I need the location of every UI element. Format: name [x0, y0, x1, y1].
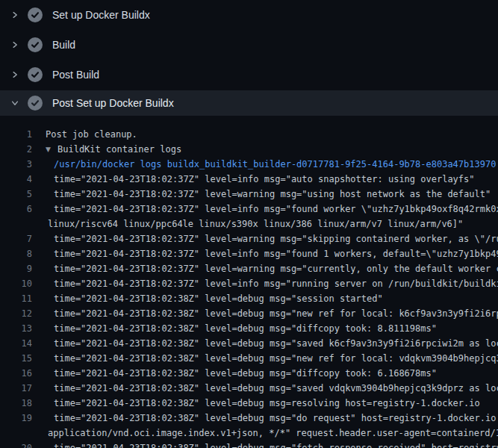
- log-text: time="2021-04-23T18:02:38Z" level=debug …: [32, 336, 498, 351]
- line-number-link[interactable]: 2: [0, 142, 32, 157]
- line-number-link[interactable]: 5: [0, 187, 32, 202]
- chevron-right-icon: [9, 40, 21, 49]
- step-build[interactable]: Build: [0, 30, 498, 60]
- log-line: 3 /usr/bin/docker logs buildx_buildkit_b…: [0, 157, 498, 172]
- log-line: 20 time="2021-04-23T18:02:38Z" level=deb…: [0, 441, 498, 448]
- chevron-down-icon: [9, 99, 21, 108]
- line-number-link[interactable]: 14: [0, 336, 32, 351]
- log-text: linux/riscv64 linux/ppc64le linux/s390x …: [32, 217, 463, 231]
- log-text: time="2021-04-23T18:02:37Z" level=warnin…: [32, 261, 498, 276]
- actions-log-viewer: Set up Docker Buildx Build Post Build Po…: [0, 0, 498, 448]
- log-line: 14 time="2021-04-23T18:02:38Z" level=deb…: [0, 336, 498, 351]
- log-text: time="2021-04-23T18:02:37Z" level=info m…: [32, 202, 498, 217]
- check-circle-icon: [28, 37, 43, 52]
- log-text: time="2021-04-23T18:02:38Z" level=debug …: [32, 441, 498, 448]
- step-title: Build: [52, 39, 75, 51]
- step-title: Post Build: [52, 69, 99, 81]
- line-number-link: [0, 217, 32, 231]
- log-text: application/vnd.oci.image.index.v1+json,…: [32, 426, 498, 441]
- log-text: Post job cleanup.: [32, 127, 137, 142]
- line-number-link[interactable]: 7: [0, 231, 32, 246]
- line-number-link[interactable]: 13: [0, 321, 32, 336]
- line-number-link[interactable]: 18: [0, 396, 32, 411]
- log-text: time="2021-04-23T18:02:38Z" level=debug …: [32, 411, 498, 426]
- step-title: Post Set up Docker Buildx: [52, 97, 174, 109]
- line-number-link[interactable]: 10: [0, 276, 32, 291]
- log-text: time="2021-04-23T18:02:38Z" level=debug …: [32, 306, 498, 321]
- log-line: 6 time="2021-04-23T18:02:37Z" level=info…: [0, 202, 498, 217]
- log-group-toggle[interactable]: 2 ▼ BuildKit container logs: [0, 142, 498, 157]
- log-text: time="2021-04-23T18:02:38Z" level=debug …: [32, 291, 383, 306]
- log-line: 7 time="2021-04-23T18:02:37Z" level=warn…: [0, 231, 498, 246]
- log-line: 17 time="2021-04-23T18:02:38Z" level=deb…: [0, 381, 498, 396]
- line-number-link[interactable]: 4: [0, 172, 32, 187]
- step-post-build[interactable]: Post Build: [0, 60, 498, 90]
- log-text: /usr/bin/docker logs buildx_buildkit_bui…: [32, 157, 496, 172]
- log-text: time="2021-04-23T18:02:37Z" level=info m…: [32, 172, 475, 187]
- log-line: 10 time="2021-04-23T18:02:37Z" level=inf…: [0, 276, 498, 291]
- log-line: 11 time="2021-04-23T18:02:38Z" level=deb…: [0, 291, 498, 306]
- log-text: time="2021-04-23T18:02:38Z" level=debug …: [32, 321, 437, 336]
- line-number-link[interactable]: 19: [0, 411, 32, 426]
- log-line: 19 time="2021-04-23T18:02:38Z" level=deb…: [0, 411, 498, 426]
- disclosure-triangle-icon: ▼: [46, 142, 57, 157]
- log-line: application/vnd.oci.image.index.v1+json,…: [0, 426, 498, 441]
- log-line: linux/riscv64 linux/ppc64le linux/s390x …: [0, 217, 498, 231]
- line-number-link[interactable]: 11: [0, 291, 32, 306]
- log-line: 1 Post job cleanup.: [0, 127, 498, 142]
- chevron-right-icon: [9, 70, 21, 79]
- step-set-up-docker-buildx[interactable]: Set up Docker Buildx: [0, 0, 498, 30]
- check-circle-icon: [28, 67, 43, 82]
- line-number-link[interactable]: 3: [0, 157, 32, 172]
- chevron-right-icon: [9, 10, 21, 19]
- line-number-link[interactable]: 6: [0, 202, 32, 217]
- log-text: time="2021-04-23T18:02:37Z" level=info m…: [32, 246, 498, 261]
- log-text: BuildKit container logs: [57, 142, 181, 157]
- line-number-link[interactable]: 8: [0, 246, 32, 261]
- line-number-link[interactable]: 17: [0, 381, 32, 396]
- log-line: 8 time="2021-04-23T18:02:37Z" level=info…: [0, 246, 498, 261]
- log-text: time="2021-04-23T18:02:37Z" level=warnin…: [32, 187, 491, 202]
- log-text: time="2021-04-23T18:02:38Z" level=debug …: [32, 351, 498, 366]
- log-text: time="2021-04-23T18:02:37Z" level=info m…: [32, 276, 498, 291]
- line-number-link[interactable]: 20: [0, 441, 32, 448]
- line-number-link[interactable]: 1: [0, 127, 32, 142]
- line-number-link[interactable]: 9: [0, 261, 32, 276]
- log-text: time="2021-04-23T18:02:38Z" level=debug …: [32, 381, 498, 396]
- log-text: time="2021-04-23T18:02:37Z" level=warnin…: [32, 231, 498, 246]
- log-text: time="2021-04-23T18:02:38Z" level=debug …: [32, 366, 437, 381]
- log-line: 13 time="2021-04-23T18:02:38Z" level=deb…: [0, 321, 498, 336]
- line-number-link[interactable]: 15: [0, 351, 32, 366]
- line-number-link[interactable]: 12: [0, 306, 32, 321]
- check-circle-icon: [28, 7, 43, 22]
- log-line: 16 time="2021-04-23T18:02:38Z" level=deb…: [0, 366, 498, 381]
- log-line: 5 time="2021-04-23T18:02:37Z" level=warn…: [0, 187, 498, 202]
- line-number-link: [0, 426, 32, 441]
- step-post-set-up-docker-buildx[interactable]: Post Set up Docker Buildx: [0, 90, 498, 116]
- check-circle-icon: [28, 96, 43, 111]
- step-title: Set up Docker Buildx: [52, 9, 150, 21]
- log-line: 4 time="2021-04-23T18:02:37Z" level=info…: [0, 172, 498, 187]
- log-line: 18 time="2021-04-23T18:02:38Z" level=deb…: [0, 396, 498, 411]
- log-text: time="2021-04-23T18:02:38Z" level=debug …: [32, 396, 480, 411]
- line-number-link[interactable]: 16: [0, 366, 32, 381]
- log-line: 9 time="2021-04-23T18:02:37Z" level=warn…: [0, 261, 498, 276]
- log-line: 12 time="2021-04-23T18:02:38Z" level=deb…: [0, 306, 498, 321]
- log-line: 15 time="2021-04-23T18:02:38Z" level=deb…: [0, 351, 498, 366]
- log-area: 1 Post job cleanup. 2 ▼ BuildKit contain…: [0, 127, 498, 448]
